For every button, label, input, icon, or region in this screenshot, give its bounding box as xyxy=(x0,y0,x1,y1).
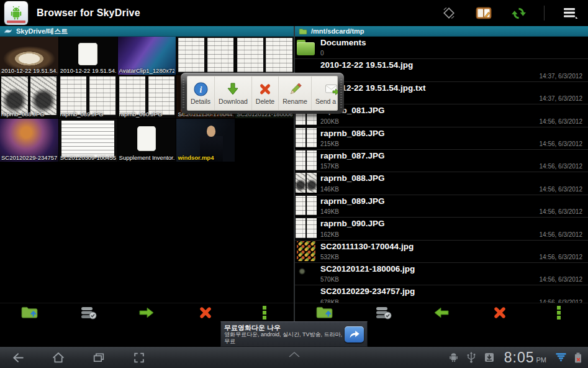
file-date: 14:56, 6/3/2012 xyxy=(539,276,582,283)
grid-item-label: raprnb_090.JPG xyxy=(119,111,175,117)
grid-item xyxy=(235,119,294,162)
clock-meridiem: PM xyxy=(536,356,547,364)
grid-item[interactable]: raprnb_088.JPG xyxy=(0,75,58,118)
grid-item-label: raprnb_088.JPG xyxy=(1,111,57,117)
file-size: 157KB xyxy=(320,163,339,170)
grid-item-label: SC20120229-234757... xyxy=(1,154,57,161)
move-left-button[interactable] xyxy=(427,304,456,321)
share-arrow-icon xyxy=(348,329,360,339)
grid-item[interactable]: AvatarClip1_1280x72... xyxy=(118,37,176,75)
recent-apps-button[interactable] xyxy=(91,350,107,365)
grid-item[interactable]: SC20120309-100455... xyxy=(59,119,117,162)
grid-item[interactable] xyxy=(235,37,294,75)
wifi-signal-icon xyxy=(556,353,566,362)
manga-thumbnail xyxy=(235,37,294,75)
file-row[interactable]: SC20111130-170044.jpg 532KB 14:56, 6/3/2… xyxy=(295,241,588,263)
file-size: 0 xyxy=(320,50,324,57)
skydrive-pane-header[interactable]: SkyDrive/테스트 xyxy=(0,26,294,37)
app-bar-actions xyxy=(440,4,579,22)
grid-item-label: Supplement Inventor... xyxy=(119,154,175,161)
ad-share-button[interactable] xyxy=(345,326,364,343)
file-date: 14:37, 6/3/2012 xyxy=(539,73,582,80)
file-row[interactable]: SC20120121-180006.jpg 570KB 14:56, 6/3/2… xyxy=(295,263,588,285)
status-icons[interactable]: 8:05 PM xyxy=(448,349,582,366)
file-thumbnail xyxy=(295,263,317,285)
file-size: 215KB xyxy=(320,140,339,147)
skydrive-pane: SkyDrive/테스트 2010-12-22 19.51.54...2010-… xyxy=(0,26,294,321)
ad-line-1: 영화무료다운, android, 실시간, TV방송, 드라마, 한달 xyxy=(224,331,342,338)
battery-error-icon xyxy=(574,352,582,363)
file-row[interactable]: raprnb_089.JPG 149KB 14:56, 6/3/2012 xyxy=(295,195,588,218)
rotate-lock-icon[interactable] xyxy=(440,4,458,22)
grid-item-label: 2010-12-22 19.51.54... xyxy=(60,67,116,74)
refresh-icon[interactable] xyxy=(509,4,528,22)
grid-item[interactable]: SC20120229-234757... xyxy=(0,119,58,162)
grid-item[interactable]: raprnb_089.JPG xyxy=(59,75,117,118)
sdcard-pane-header[interactable]: /mnt/sdcard/tmp xyxy=(295,26,588,37)
action-separator xyxy=(544,6,545,21)
file-date: 14:37, 6/3/2012 xyxy=(539,95,582,102)
file-row[interactable]: raprnb_088.JPG 146KB 14:56, 6/3/2012 xyxy=(295,172,588,195)
file-size: 162KB xyxy=(320,231,339,238)
multi-select-button[interactable] xyxy=(369,304,397,321)
file-name: Documents xyxy=(320,38,586,47)
file-name: raprnb_090.JPG xyxy=(320,219,586,228)
grid-item-label: 2010-12-22 19.51.54... xyxy=(1,67,57,74)
file-thumbnail xyxy=(295,218,317,239)
home-button[interactable] xyxy=(50,350,66,365)
usb-status-icon xyxy=(467,352,476,363)
send-link-button[interactable]: Send a Link xyxy=(311,76,338,111)
multi-select-button[interactable] xyxy=(74,304,102,321)
file-date: 14:56, 6/3/2012 xyxy=(539,163,582,170)
file-size: 146KB xyxy=(320,186,339,193)
rename-button[interactable]: Rename xyxy=(278,76,311,111)
grid-item[interactable]: 2010-12-22 19.51.54... xyxy=(59,37,117,75)
grid-item[interactable]: Supplement Inventor... xyxy=(118,119,176,162)
user-guide-icon[interactable] xyxy=(474,4,493,22)
android-robot-status-icon xyxy=(448,352,459,362)
more-options-button[interactable] xyxy=(250,304,279,321)
file-row[interactable]: raprnb_090.JPG 162KB 14:56, 6/3/2012 xyxy=(295,218,588,240)
expand-tray-chevron[interactable] xyxy=(286,349,302,361)
grid-item[interactable] xyxy=(176,37,235,75)
send-link-label: Send a Link xyxy=(315,98,338,105)
back-button[interactable] xyxy=(10,350,26,365)
file-date: 14:56, 6/3/2012 xyxy=(539,254,582,260)
ad-banner[interactable]: 무료영화다운 나우 영화무료다운, android, 실시간, TV방송, 드라… xyxy=(220,321,368,347)
grid-item[interactable]: windsor.mp4 xyxy=(176,119,235,162)
move-right-button[interactable] xyxy=(132,304,161,321)
details-button[interactable]: i Details xyxy=(187,76,214,111)
file-row[interactable]: Documents 0 xyxy=(295,37,588,59)
delete-button[interactable]: Delete xyxy=(251,76,278,111)
quick-action-popup: i Details Download Delete xyxy=(181,73,344,114)
grid-item-label: raprnb_089.JPG xyxy=(60,111,116,117)
file-row[interactable]: raprnb_087.JPG 157KB 14:56, 6/3/2012 xyxy=(295,150,588,172)
sdcard-path: /mnt/sdcard/tmp xyxy=(311,27,364,35)
file-name: raprnb_087.JPG xyxy=(320,151,586,160)
grid-item[interactable]: 2010-12-22 19.51.54... xyxy=(0,37,58,75)
file-size: 532KB xyxy=(320,254,339,260)
file-name: raprnb_086.JPG xyxy=(320,129,586,138)
file-size: 149KB xyxy=(320,208,339,215)
sdcard-pane: /mnt/sdcard/tmp Documents 0 2010-12-22 1… xyxy=(295,26,588,321)
upload-folder-button[interactable] xyxy=(310,304,338,321)
app-bar: Browser for SkyDrive xyxy=(0,0,588,26)
file-date: 14:56, 6/3/2012 xyxy=(539,140,582,147)
close-button[interactable] xyxy=(486,304,514,321)
clock-time: 8:05 xyxy=(504,349,535,366)
download-button[interactable]: Download xyxy=(214,76,251,111)
file-row[interactable]: SC20120229-234757.jpg 678KB 14:56, 6/3/2… xyxy=(295,285,588,303)
ad-title: 무료영화다운 나우 xyxy=(224,324,342,331)
grid-item[interactable]: raprnb_090.JPG xyxy=(118,75,176,118)
more-options-button[interactable] xyxy=(545,304,573,321)
overflow-menu-icon[interactable] xyxy=(561,4,579,22)
close-button[interactable] xyxy=(191,304,220,321)
file-row[interactable]: raprnb_086.JPG 215KB 14:56, 6/3/2012 xyxy=(295,127,588,150)
delete-label: Delete xyxy=(256,98,274,105)
clock[interactable]: 8:05 PM xyxy=(504,349,546,366)
file-name: SC20111130-170044.jpg xyxy=(320,242,586,251)
screenshot-button[interactable] xyxy=(131,350,147,365)
manga-thumbnail xyxy=(176,37,235,75)
upload-folder-button[interactable] xyxy=(15,304,43,321)
send-link-icon xyxy=(325,82,338,96)
